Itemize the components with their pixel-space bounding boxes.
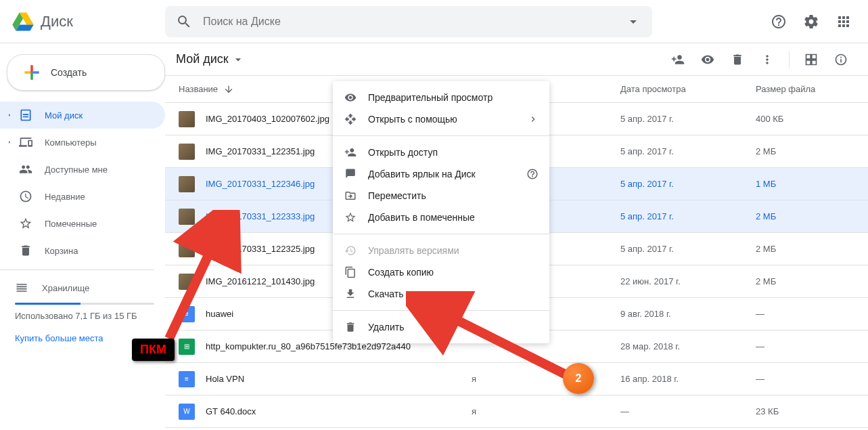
- shared-icon: [18, 161, 34, 177]
- search-dropdown-icon[interactable]: [625, 14, 641, 30]
- file-date: 5 апр. 2017 г.: [620, 146, 756, 156]
- search-input[interactable]: [203, 16, 625, 28]
- file-date: 5 апр. 2017 г.: [620, 179, 756, 189]
- person-add-icon: [344, 146, 357, 159]
- file-owner: я: [472, 374, 620, 384]
- create-label: Создать: [51, 67, 87, 78]
- menu-share[interactable]: Открыть доступ: [333, 142, 549, 163]
- header: Диск: [0, 0, 868, 43]
- help-icon[interactable]: [526, 168, 539, 180]
- devices-icon: [18, 134, 34, 150]
- annotation-pkm-label: ПКМ: [132, 339, 175, 361]
- info-icon: [834, 53, 848, 66]
- file-size: 1 МБ: [756, 179, 857, 189]
- file-size: —: [756, 374, 857, 384]
- file-size: 23 КБ: [756, 406, 857, 416]
- menu-star[interactable]: Добавить в помеченные: [333, 207, 549, 228]
- file-type-icon: [179, 209, 195, 225]
- more-vert-icon: [760, 53, 774, 66]
- history-icon: [344, 244, 357, 257]
- settings-button[interactable]: [798, 8, 825, 35]
- breadcrumb[interactable]: Мой диск: [170, 49, 250, 69]
- sort-down-icon: [223, 84, 234, 95]
- menu-copy[interactable]: Создать копию: [333, 261, 549, 283]
- file-row[interactable]: WGT 640.docxя—23 КБ: [165, 395, 868, 428]
- clock-icon: [18, 188, 34, 205]
- file-type-icon: [179, 144, 195, 160]
- file-date: —: [620, 406, 756, 416]
- file-date: 16 апр. 2018 г.: [620, 374, 756, 384]
- drive-shortcut-icon: [344, 167, 357, 181]
- file-date: 5 апр. 2017 г.: [620, 211, 756, 221]
- file-date: 28 мар. 2018 г.: [620, 341, 756, 351]
- chevron-right-icon: [528, 114, 539, 125]
- file-name: GT 640.docx: [206, 406, 472, 416]
- grid-view-button[interactable]: [798, 46, 825, 73]
- storage-bar: [15, 303, 154, 305]
- file-type-icon: [179, 241, 195, 257]
- file-type-icon: [179, 176, 195, 192]
- file-date: 5 апр. 2017 г.: [620, 114, 756, 124]
- open-with-icon: [344, 112, 357, 126]
- sidebar: Создать Мой диск Компьютеры Доступные мн…: [0, 43, 165, 430]
- storage-title[interactable]: Хранилище: [15, 276, 154, 300]
- apps-button[interactable]: [830, 8, 857, 35]
- file-date: 5 апр. 2017 г.: [620, 244, 756, 254]
- plus-icon: [21, 62, 43, 83]
- menu-add-shortcut[interactable]: Добавить ярлык на Диск: [333, 163, 549, 185]
- menu-move[interactable]: Переместить: [333, 185, 549, 207]
- apps-icon: [836, 14, 852, 30]
- more-button[interactable]: [754, 46, 781, 73]
- file-size: —: [756, 341, 857, 351]
- trash-icon: [344, 320, 357, 334]
- file-type-icon: ≡: [179, 371, 195, 387]
- col-size[interactable]: Размер файла: [756, 84, 857, 94]
- annotation-circle-2: 2: [563, 363, 594, 394]
- storage-used-text: Использовано 7,1 ГБ из 15 ГБ: [15, 310, 154, 322]
- file-size: 2 МБ: [756, 276, 857, 286]
- file-type-icon: W: [179, 404, 195, 420]
- person-add-icon: [671, 53, 685, 66]
- delete-button[interactable]: [724, 46, 751, 73]
- create-button[interactable]: Создать: [7, 54, 165, 91]
- sidebar-item-recent[interactable]: Недавние: [0, 183, 165, 210]
- file-date: 22 июн. 2017 г.: [620, 276, 756, 286]
- logo-area[interactable]: Диск: [11, 9, 165, 34]
- app-name: Диск: [41, 13, 73, 30]
- file-size: 400 КБ: [756, 114, 857, 124]
- trash-icon: [731, 53, 744, 66]
- context-menu: Предварительный просмотр Открыть с помощ…: [333, 81, 549, 343]
- sidebar-item-starred[interactable]: Помеченные: [0, 210, 165, 237]
- sidebar-item-computers[interactable]: Компьютеры: [0, 129, 165, 156]
- info-button[interactable]: [827, 46, 854, 73]
- expand-icon[interactable]: [5, 112, 14, 119]
- file-date: 9 авг. 2018 г.: [620, 309, 756, 319]
- help-button[interactable]: [765, 8, 792, 35]
- file-size: —: [756, 309, 857, 319]
- file-name: Hola VPN: [206, 374, 472, 384]
- file-row[interactable]: ≡Hola VPNя16 апр. 2018 г.—: [165, 363, 868, 395]
- search-box[interactable]: [165, 6, 652, 37]
- grid-icon: [804, 53, 818, 66]
- preview-button[interactable]: [694, 46, 721, 73]
- sidebar-item-trash[interactable]: Корзина: [0, 237, 165, 264]
- toolbar-actions: [664, 46, 854, 73]
- download-icon: [344, 287, 357, 301]
- menu-open-with[interactable]: Открыть с помощью: [333, 108, 549, 130]
- share-button[interactable]: [664, 46, 691, 73]
- gear-icon: [803, 14, 819, 30]
- menu-preview[interactable]: Предварительный просмотр: [333, 87, 549, 108]
- expand-icon[interactable]: [5, 139, 14, 146]
- sidebar-item-mydrive[interactable]: Мой диск: [0, 102, 165, 129]
- search-wrap: [165, 6, 652, 37]
- file-type-icon: [179, 111, 195, 127]
- file-type-icon: ≡: [179, 306, 195, 322]
- col-date[interactable]: Дата просмотра: [620, 84, 756, 94]
- menu-download[interactable]: Скачать: [333, 283, 549, 305]
- menu-delete[interactable]: Удалить: [333, 316, 549, 338]
- drive-logo-icon: [11, 9, 35, 34]
- star-icon: [344, 211, 357, 224]
- toolbar: Мой диск: [165, 43, 868, 76]
- move-icon: [344, 189, 357, 202]
- sidebar-item-shared[interactable]: Доступные мне: [0, 156, 165, 183]
